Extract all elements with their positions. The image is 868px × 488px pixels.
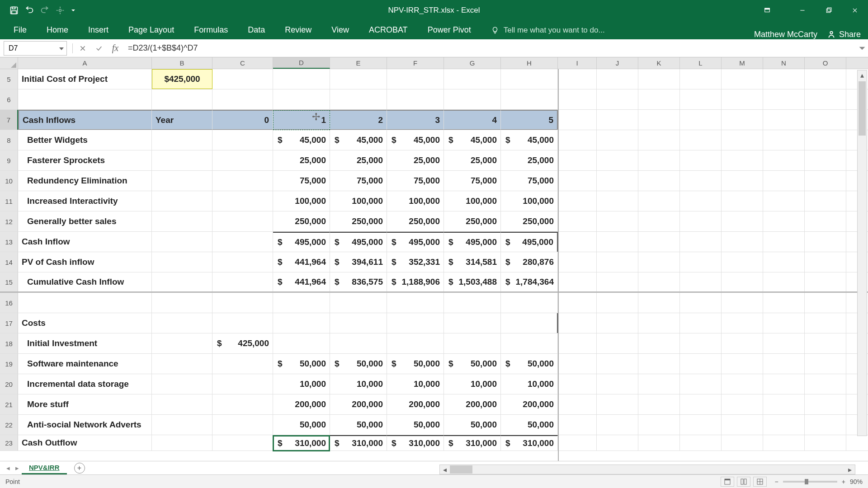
tab-home[interactable]: Home xyxy=(37,21,78,39)
horizontal-scrollbar[interactable]: ◂ ▸ xyxy=(439,465,855,474)
tab-review[interactable]: Review xyxy=(275,21,321,39)
col-header-A[interactable]: A xyxy=(18,57,152,69)
minimize-button[interactable] xyxy=(789,0,816,20)
cell-C5[interactable] xyxy=(212,69,273,89)
cell-A8[interactable]: Better Widgets xyxy=(18,130,152,150)
undo-button[interactable] xyxy=(24,5,35,16)
cell-E5[interactable] xyxy=(330,69,387,89)
cell-L5[interactable] xyxy=(680,69,722,89)
row-header-6[interactable]: 6 xyxy=(0,89,18,109)
row-10: 10 Redundency Elimination 75,000 75,000 … xyxy=(0,171,868,191)
cell-N5[interactable] xyxy=(763,69,805,89)
page-layout-view-button[interactable] xyxy=(737,477,750,487)
cell-F8[interactable]: $45,000 xyxy=(387,130,444,150)
cancel-formula-button[interactable] xyxy=(75,41,91,56)
tab-view[interactable]: View xyxy=(321,21,359,39)
tab-acrobat[interactable]: ACROBAT xyxy=(359,21,418,39)
row-9: 9 Fasterer Sprockets 25,000 25,000 25,00… xyxy=(0,150,868,171)
cell-G8[interactable]: $45,000 xyxy=(444,130,501,150)
scroll-left-arrow[interactable]: ◂ xyxy=(440,465,450,474)
cell-C7[interactable]: 0 xyxy=(212,110,273,130)
tab-formulas[interactable]: Formulas xyxy=(184,21,238,39)
zoom-level[interactable]: 90% xyxy=(850,478,863,485)
col-header-K[interactable]: K xyxy=(638,57,680,69)
zoom-slider[interactable] xyxy=(783,481,837,483)
cell-A7[interactable]: Cash Inflows xyxy=(18,110,152,130)
col-header-D[interactable]: D xyxy=(273,57,330,69)
share-button[interactable]: Share xyxy=(826,29,861,39)
col-header-J[interactable]: J xyxy=(597,57,638,69)
col-header-B[interactable]: B xyxy=(152,57,212,69)
col-header-I[interactable]: I xyxy=(558,57,597,69)
name-box[interactable]: D7 xyxy=(4,41,67,56)
col-header-H[interactable]: H xyxy=(501,57,558,69)
col-header-O[interactable]: O xyxy=(805,57,846,69)
expand-formula-bar[interactable] xyxy=(856,42,868,54)
col-header-M[interactable]: M xyxy=(722,57,763,69)
cell-F7[interactable]: 3 xyxy=(387,110,444,130)
vertical-scroll-thumb[interactable] xyxy=(859,81,866,136)
cell-B5[interactable]: $425,000 xyxy=(152,69,212,89)
formula-input[interactable]: =D23/(1+$B$4)^D7 xyxy=(123,43,856,53)
close-button[interactable] xyxy=(842,0,868,20)
tab-data[interactable]: Data xyxy=(238,21,275,39)
tell-me-search[interactable]: Tell me what you want to do... xyxy=(481,21,615,39)
worksheet-grid[interactable]: A B C D E F G H I J K L M N O 5 Initial … xyxy=(0,57,868,482)
maximize-button[interactable] xyxy=(816,0,842,20)
enter-formula-button[interactable] xyxy=(91,41,107,56)
cell-J5[interactable] xyxy=(597,69,638,89)
cell-A5[interactable]: Initial Cost of Project xyxy=(18,69,152,89)
tab-file[interactable]: File xyxy=(4,21,37,39)
col-header-G[interactable]: G xyxy=(444,57,501,69)
tab-nav-next[interactable]: ▸ xyxy=(13,464,22,472)
cell-F5[interactable] xyxy=(387,69,444,89)
svg-point-11 xyxy=(830,32,833,34)
row-header-7[interactable]: 7 xyxy=(0,110,18,130)
normal-view-button[interactable] xyxy=(721,477,734,487)
tab-page-layout[interactable]: Page Layout xyxy=(118,21,184,39)
col-header-N[interactable]: N xyxy=(763,57,805,69)
zoom-out-button[interactable]: − xyxy=(775,478,778,485)
col-header-C[interactable]: C xyxy=(212,57,273,69)
scroll-up-arrow[interactable]: ▴ xyxy=(858,70,867,80)
qat-customize-dropdown[interactable] xyxy=(70,5,77,16)
redo-button[interactable] xyxy=(39,5,51,16)
cell-K5[interactable] xyxy=(638,69,680,89)
row-header-5[interactable]: 5 xyxy=(0,69,18,89)
insert-function-button[interactable]: fx xyxy=(107,41,123,56)
save-button[interactable] xyxy=(8,5,20,16)
cell-B7[interactable]: Year xyxy=(152,110,212,130)
cell-M5[interactable] xyxy=(722,69,763,89)
user-name[interactable]: Matthew McCarty xyxy=(754,30,817,39)
tab-nav-prev[interactable]: ◂ xyxy=(4,464,13,472)
select-all-button[interactable] xyxy=(0,57,18,69)
tab-power-pivot[interactable]: Power Pivot xyxy=(418,21,481,39)
cell-O5[interactable] xyxy=(805,69,846,89)
row-header-8[interactable]: 8 xyxy=(0,130,18,150)
cell-E8[interactable]: $45,000 xyxy=(330,130,387,150)
cell-H7[interactable]: 5 xyxy=(501,110,558,130)
cell-D8[interactable]: $45,000 xyxy=(273,130,330,150)
page-break-view-button[interactable] xyxy=(753,477,767,487)
new-sheet-button[interactable]: + xyxy=(74,463,85,474)
cell-H8[interactable]: $45,000 xyxy=(501,130,558,150)
scroll-right-arrow[interactable]: ▸ xyxy=(845,465,855,474)
col-header-L[interactable]: L xyxy=(680,57,722,69)
col-header-F[interactable]: F xyxy=(387,57,444,69)
zoom-in-button[interactable]: + xyxy=(842,478,845,485)
cell-G7[interactable]: 4 xyxy=(444,110,501,130)
tab-insert[interactable]: Insert xyxy=(78,21,118,39)
sheet-tab-active[interactable]: NPV&IRR xyxy=(22,462,67,474)
cell-E7[interactable]: 2 xyxy=(330,110,387,130)
vertical-scrollbar[interactable]: ▴ xyxy=(857,70,867,436)
col-header-E[interactable]: E xyxy=(330,57,387,69)
cell-I5[interactable] xyxy=(558,69,597,89)
cell-G5[interactable] xyxy=(444,69,501,89)
cell-D7[interactable]: 1 xyxy=(273,110,330,130)
lightbulb-icon xyxy=(491,26,499,34)
touch-mode-button[interactable] xyxy=(54,5,66,16)
horizontal-scroll-thumb[interactable] xyxy=(450,465,472,474)
ribbon-display-options[interactable] xyxy=(754,0,780,20)
cell-D5[interactable] xyxy=(273,69,330,89)
cell-H5[interactable] xyxy=(501,69,558,89)
